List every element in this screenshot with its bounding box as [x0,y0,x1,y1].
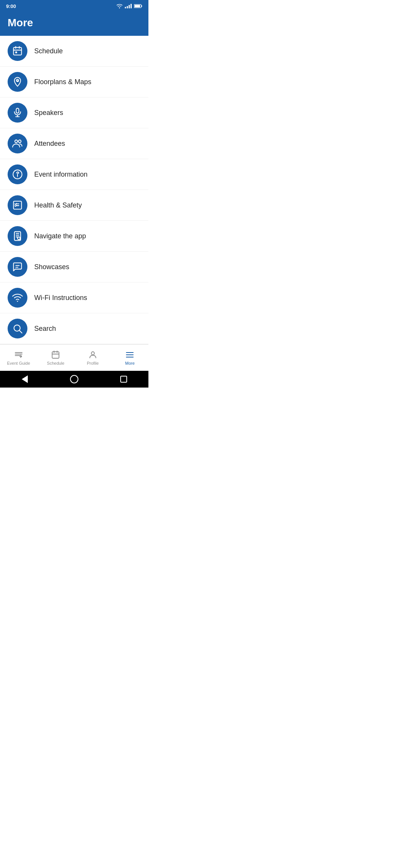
floorplans-icon [8,72,27,92]
wifi-status-icon [116,4,123,8]
schedule-label: Schedule [34,47,63,55]
wifi-icon [8,288,27,308]
tab-profile-label: Profile [87,361,99,365]
health-safety-label: Health & Safety [34,201,82,209]
menu-item-search[interactable]: Search [0,313,148,344]
menu-item-attendees[interactable]: Attendees [0,128,148,159]
tab-more[interactable]: More [112,345,149,371]
tab-schedule[interactable]: Schedule [37,345,75,371]
svg-point-36 [91,352,94,355]
more-tab-icon [125,350,134,359]
schedule-tab-icon [51,350,60,359]
svg-rect-32 [52,352,59,358]
menu-item-schedule[interactable]: Schedule [0,36,148,67]
svg-point-16 [17,176,18,177]
attendees-label: Attendees [34,140,65,148]
wifi-label: Wi-Fi Instructions [34,294,87,302]
speakers-label: Speakers [34,109,63,117]
speakers-icon [8,103,27,123]
page-title: More [8,17,33,29]
navigate-app-label: Navigate the app [34,232,86,240]
event-info-icon [8,164,27,184]
search-label: Search [34,325,56,333]
menu-item-showcases[interactable]: Showcases [0,252,148,282]
tab-event-guide[interactable]: Event Guide [0,345,37,371]
health-safety-icon [8,195,27,215]
menu-item-wifi[interactable]: Wi-Fi Instructions [0,282,148,313]
svg-rect-3 [14,48,22,55]
menu-item-health-safety[interactable]: Health & Safety [0,190,148,221]
status-bar: 9:00 [0,0,148,12]
showcases-label: Showcases [34,263,69,271]
profile-tab-icon [88,350,97,359]
home-nav-button[interactable] [69,374,80,385]
svg-line-28 [19,330,22,333]
svg-rect-1 [141,5,142,7]
svg-point-13 [18,140,21,143]
tab-event-guide-label: Event Guide [7,361,30,365]
schedule-icon [8,41,27,61]
svg-rect-7 [15,51,17,53]
status-time: 9:00 [6,3,16,9]
showcases-icon [8,257,27,277]
tab-bar: Event Guide Schedule Profile More [0,344,148,371]
svg-rect-2 [134,5,140,7]
svg-rect-9 [16,108,19,113]
svg-point-26 [17,301,18,302]
menu-item-speakers[interactable]: Speakers [0,97,148,128]
tab-more-label: More [125,361,135,365]
tab-schedule-label: Schedule [47,361,64,365]
search-icon [8,319,27,338]
page-header: More [0,12,148,36]
back-nav-button[interactable] [19,374,30,385]
svg-rect-17 [14,201,22,209]
signal-status-icon [125,4,132,8]
menu-item-floorplans[interactable]: Floorplans & Maps [0,67,148,97]
floorplans-label: Floorplans & Maps [34,78,91,86]
battery-status-icon [134,4,142,8]
event-guide-tab-icon [14,350,23,359]
event-info-label: Event information [34,171,88,179]
tab-profile[interactable]: Profile [74,345,112,371]
status-icons [116,4,142,8]
menu-item-event-info[interactable]: Event information [0,159,148,190]
attendees-icon [8,134,27,153]
menu-item-navigate-app[interactable]: Navigate the app [0,221,148,252]
menu-list: Schedule Floorplans & Maps Speakers [0,36,148,344]
recents-nav-button[interactable] [118,374,129,385]
navigation-bar [0,371,148,388]
navigate-app-icon [8,226,27,246]
svg-point-12 [15,140,18,143]
